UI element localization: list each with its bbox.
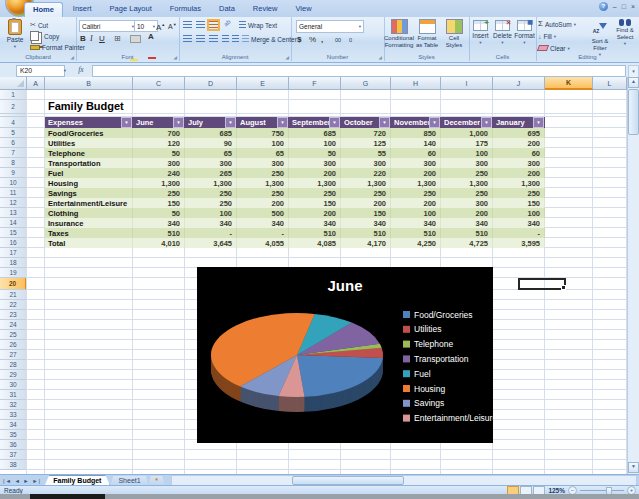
ribbon-tab-home[interactable]: Home [24,2,63,17]
cell-value[interactable]: 240 [133,168,185,178]
cell-value[interactable]: 90 [185,138,237,148]
align-bottom-icon[interactable] [209,21,218,29]
cell-value[interactable]: 340 [493,218,545,228]
cell-value[interactable]: 1,300 [341,178,391,188]
row-header-24[interactable]: 24 [0,320,27,330]
cell-value[interactable]: 220 [341,168,391,178]
cell-value[interactable]: 510 [289,228,341,238]
cell-value[interactable]: 700 [133,128,185,138]
row-header-22[interactable]: 22 [0,300,27,310]
bold-button[interactable]: B [80,34,86,44]
cell-value[interactable]: 4,055 [237,238,289,248]
cell-value[interactable]: 250 [391,188,441,198]
zoom-slider[interactable] [580,487,624,494]
table-column-header-august[interactable]: August▼ [237,117,289,128]
legend-item[interactable]: Transportation [414,354,469,364]
vertical-scroll-thumb[interactable] [628,89,639,135]
row-header-17[interactable]: 17 [0,248,27,258]
paste-button[interactable]: Paste ▾ [3,19,27,49]
column-header-J[interactable]: J [493,77,545,90]
cell-value[interactable]: 60 [493,148,545,158]
row-header-25[interactable]: 25 [0,330,27,340]
cell-value[interactable]: 250 [441,188,493,198]
cell-value[interactable]: 340 [185,218,237,228]
column-header-L[interactable]: L [593,77,627,90]
cell-value[interactable]: 300 [341,158,391,168]
row-header-11[interactable]: 11 [0,188,27,198]
cell-value[interactable]: 100 [391,208,441,218]
insert-function-icon[interactable]: fx [74,65,88,76]
column-header-D[interactable]: D [185,77,237,90]
row-header-8[interactable]: 8 [0,158,27,168]
autosum-button[interactable]: Σ AutoSum ▾ [538,19,576,29]
pie-chart[interactable]: JuneFood/GroceriesUtilitiesTelephoneTran… [197,267,493,443]
filter-dropdown-icon[interactable]: ▼ [533,117,544,128]
cell-value[interactable]: 150 [341,208,391,218]
row-header-29[interactable]: 29 [0,370,27,380]
ribbon-tab-page-layout[interactable]: Page Layout [102,2,160,17]
row-header-20[interactable]: 20 [0,278,27,290]
row-header-5[interactable]: 5 [0,128,27,138]
number-dialog-launcher-icon[interactable]: ◢ [379,55,382,60]
cell-value[interactable]: 250 [185,188,237,198]
row-header-30[interactable]: 30 [0,380,27,390]
row-label[interactable]: Telephone [45,148,133,158]
cell-value[interactable]: 55 [341,148,391,158]
cell-value[interactable]: 1,300 [493,178,545,188]
shrink-font-icon[interactable]: A▼ [168,20,177,32]
filter-dropdown-icon[interactable]: ▼ [173,117,184,128]
row-header-10[interactable]: 10 [0,178,27,188]
legend-item[interactable]: Savings [414,398,444,408]
font-dialog-launcher-icon[interactable]: ◢ [174,55,177,60]
table-column-header-january[interactable]: January▼ [493,117,545,128]
worksheet-grid[interactable]: ABCDEFGHIJKL1245678910111213141516171819… [0,77,627,474]
cell-value[interactable]: 125 [341,138,391,148]
cell-value[interactable]: 140 [391,138,441,148]
restore-icon[interactable]: □ [622,2,626,11]
cell-value[interactable]: 250 [237,168,289,178]
row-header-13[interactable]: 13 [0,208,27,218]
column-header-I[interactable]: I [441,77,493,90]
row-header-1[interactable]: 1 [0,90,27,100]
format-as-table-button[interactable]: Format as Table [414,19,440,48]
select-all-corner[interactable] [0,77,27,90]
decrease-indent-icon[interactable] [222,35,229,43]
cell-value[interactable]: 340 [391,218,441,228]
wrap-text-button[interactable]: Wrap Text [239,20,277,30]
row-header-4[interactable]: 4 [0,117,27,128]
cell-value[interactable]: 265 [185,168,237,178]
row-header-37[interactable]: 37 [0,450,27,460]
column-header-C[interactable]: C [133,77,185,90]
row-header-32[interactable]: 32 [0,400,27,410]
cell-value[interactable]: 1,300 [185,178,237,188]
cell-value[interactable]: - [237,228,289,238]
cell-value[interactable]: 4,170 [341,238,391,248]
table-column-header-october[interactable]: October▼ [341,117,391,128]
row-header-9[interactable]: 9 [0,168,27,178]
filter-dropdown-icon[interactable]: ▼ [379,117,390,128]
cell-value[interactable]: 50 [133,208,185,218]
cell-value[interactable]: 50 [289,148,341,158]
row-header-28[interactable]: 28 [0,360,27,370]
cell-value[interactable]: 200 [237,198,289,208]
cell-value[interactable]: 120 [133,138,185,148]
cell-value[interactable]: 150 [493,198,545,208]
delete-cells-button[interactable]: × Delete ▾ [492,20,513,45]
font-size-select[interactable]: 10 ▾ [134,20,158,32]
filter-dropdown-icon[interactable]: ▼ [277,117,288,128]
cell-value[interactable]: 150 [289,198,341,208]
align-top-icon[interactable] [183,21,192,29]
row-header-31[interactable]: 31 [0,390,27,400]
ribbon-tab-data[interactable]: Data [211,2,243,17]
legend-item[interactable]: Entertainment/Leisure [414,413,493,423]
column-header-B[interactable]: B [45,77,133,90]
cell-value[interactable]: 340 [289,218,341,228]
zoom-level[interactable]: 125% [548,487,565,494]
italic-button[interactable]: I [90,34,93,44]
row-header-15[interactable]: 15 [0,228,27,238]
cell-value[interactable]: 250 [289,188,341,198]
row-label[interactable]: Utilities [45,138,133,148]
number-format-select[interactable]: General ▾ [296,20,364,33]
cell-styles-button[interactable]: Cell Styles [441,19,467,48]
row-header-27[interactable]: 27 [0,350,27,360]
